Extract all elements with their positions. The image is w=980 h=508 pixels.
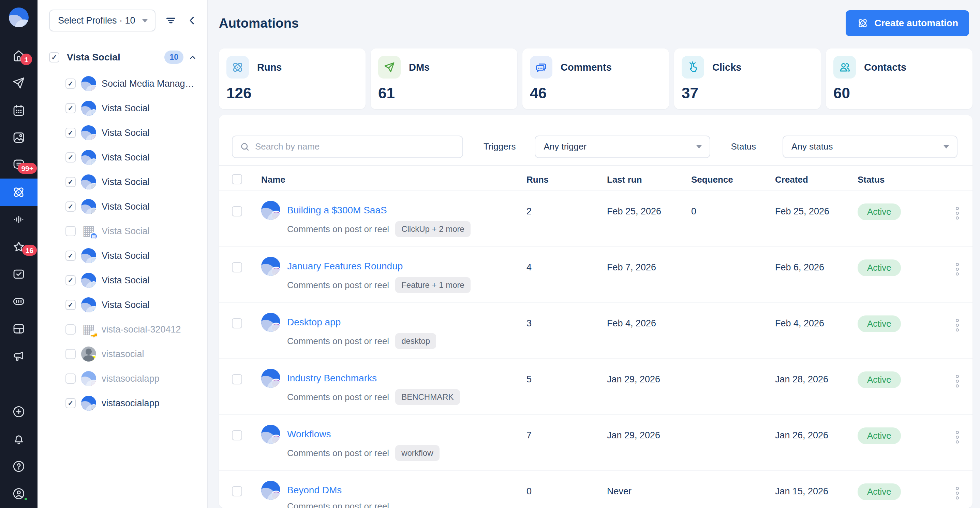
add-button[interactable] [0, 398, 38, 425]
profile-checkbox[interactable] [65, 374, 76, 384]
profile-checkbox[interactable] [65, 251, 76, 261]
profile-list-item[interactable]: ▶ Vista Social [49, 292, 199, 317]
profile-label: Vista Social [102, 152, 150, 163]
stat-value: 60 [834, 85, 964, 102]
sidebar-item-home[interactable]: 1 [0, 42, 38, 69]
row-menu-kebab[interactable] [955, 262, 960, 302]
sidebar-item-reviews[interactable]: 16 [0, 233, 38, 260]
trigger-description: Comments on post or reel [287, 392, 389, 403]
row-checkbox[interactable] [232, 206, 242, 216]
profile-list-item[interactable]: @ vistasocialapp [49, 391, 199, 415]
profile-list-item[interactable]: ▤ Vista Social [49, 219, 199, 243]
profiles-list: Social Media Managem… f Vista Social ▶ V… [49, 71, 199, 415]
profile-list-item[interactable]: in Vista Social [49, 145, 199, 170]
profile-checkbox[interactable] [65, 398, 76, 408]
sidebar-item-tasks[interactable] [0, 260, 38, 288]
account-button[interactable] [0, 480, 38, 507]
row-menu-kebab[interactable] [955, 430, 960, 470]
sidebar-item-automations[interactable] [0, 179, 38, 206]
profile-checkbox[interactable] [65, 275, 76, 285]
sidebar-item-media[interactable] [0, 124, 38, 151]
row-menu-kebab[interactable] [955, 318, 960, 358]
profile-checkbox[interactable] [65, 300, 76, 310]
sidebar-item-listening[interactable] [0, 206, 38, 233]
profile-list-item[interactable]: ▶ Vista Social [49, 120, 199, 145]
automation-name-link[interactable]: Industry Benchmarks [287, 373, 377, 384]
profile-checkbox[interactable] [65, 103, 76, 113]
media-icon [11, 130, 26, 145]
sidebar-item-inbox[interactable]: 99+ [0, 151, 38, 179]
chevron-down-icon [142, 19, 148, 22]
profile-list-item[interactable]: ⋈ Vista Social [49, 243, 199, 268]
automation-name-link[interactable]: Desktop app [287, 317, 340, 328]
profiles-filter-button[interactable] [164, 14, 177, 27]
sequence-cell: 0 [691, 191, 775, 246]
row-checkbox[interactable] [232, 486, 242, 497]
sidebar-item-reports[interactable] [0, 288, 38, 315]
create-automation-button[interactable]: Create automation [846, 10, 969, 36]
instagram-badge-icon [271, 379, 280, 388]
trigger-tag: BENCHMARK [395, 389, 460, 405]
status-select[interactable]: Any status [783, 136, 958, 158]
automation-name-link[interactable]: January Features Roundup [287, 261, 403, 272]
search-input[interactable] [232, 136, 463, 158]
stat-value: 61 [378, 85, 509, 102]
row-menu-kebab[interactable] [955, 374, 960, 414]
x-badge-icon: X [90, 183, 96, 190]
row-checkbox[interactable] [232, 262, 242, 272]
last-run-cell: Never [607, 471, 691, 508]
profile-list-item[interactable]: Ω vistasocial [49, 342, 199, 366]
sidebar: 1 99+ 16 [0, 0, 38, 508]
trigger-select[interactable]: Any trigger [535, 136, 710, 158]
profile-list-item[interactable]: P vistasocialapp [49, 366, 199, 391]
profile-list-item[interactable]: A Vista Social [49, 268, 199, 292]
atom-icon [231, 61, 245, 74]
group-collapse-button[interactable] [188, 52, 198, 62]
profile-list-item[interactable]: Social Media Managem… [49, 71, 199, 96]
select-all-checkbox[interactable] [232, 174, 242, 184]
column-header-name: Name [261, 166, 527, 190]
profile-list-item[interactable]: ▂▄▆ vista-social-320412 [49, 317, 199, 342]
help-button[interactable] [0, 453, 38, 480]
profile-checkbox[interactable] [65, 177, 76, 187]
profile-list-item[interactable]: X Vista Social [49, 170, 199, 194]
notifications-button[interactable] [0, 425, 38, 453]
inbox-badge: 99+ [18, 163, 37, 174]
boards-icon [11, 322, 26, 336]
collapse-panel-button[interactable] [186, 14, 199, 27]
automation-name-link[interactable]: Workflows [287, 429, 331, 440]
automation-name-link[interactable]: Beyond DMs [287, 485, 342, 496]
profile-checkbox[interactable] [65, 349, 76, 359]
select-profiles-dropdown[interactable]: Select Profiles · 10 [49, 10, 156, 31]
profile-avatar: f [81, 101, 96, 116]
sidebar-item-advocacy[interactable] [0, 342, 38, 370]
automation-name-link[interactable]: Building a $300M SaaS [287, 205, 387, 216]
profile-checkbox[interactable] [65, 128, 76, 138]
row-menu-kebab[interactable] [955, 206, 960, 246]
status-badge: Active [858, 427, 901, 444]
appstore-badge-icon: A [90, 281, 96, 288]
profile-checkbox[interactable] [65, 324, 76, 335]
row-checkbox[interactable] [232, 374, 242, 384]
profile-list-item[interactable]: ♪ Vista Social [49, 194, 199, 219]
group-checkbox[interactable] [49, 52, 59, 62]
profile-checkbox[interactable] [65, 201, 76, 212]
profile-avatar [81, 76, 96, 91]
vista-social-logo[interactable] [9, 8, 29, 27]
profile-list-item[interactable]: f Vista Social [49, 96, 199, 120]
profile-label: Vista Social [102, 201, 150, 212]
sidebar-item-calendar[interactable] [0, 97, 38, 124]
sidebar-item-publish[interactable] [0, 69, 38, 97]
row-checkbox[interactable] [232, 318, 242, 328]
runs-cell: 2 [527, 191, 607, 246]
home-badge: 1 [21, 54, 32, 65]
row-menu-kebab[interactable] [955, 486, 960, 508]
group-count-badge: 10 [164, 51, 183, 64]
runs-cell: 3 [527, 303, 607, 358]
sidebar-item-boards[interactable] [0, 315, 38, 342]
profile-checkbox[interactable] [65, 226, 76, 236]
profile-checkbox[interactable] [65, 152, 76, 163]
profile-checkbox[interactable] [65, 78, 76, 89]
row-checkbox[interactable] [232, 430, 242, 440]
instagram-badge-icon [271, 267, 280, 276]
